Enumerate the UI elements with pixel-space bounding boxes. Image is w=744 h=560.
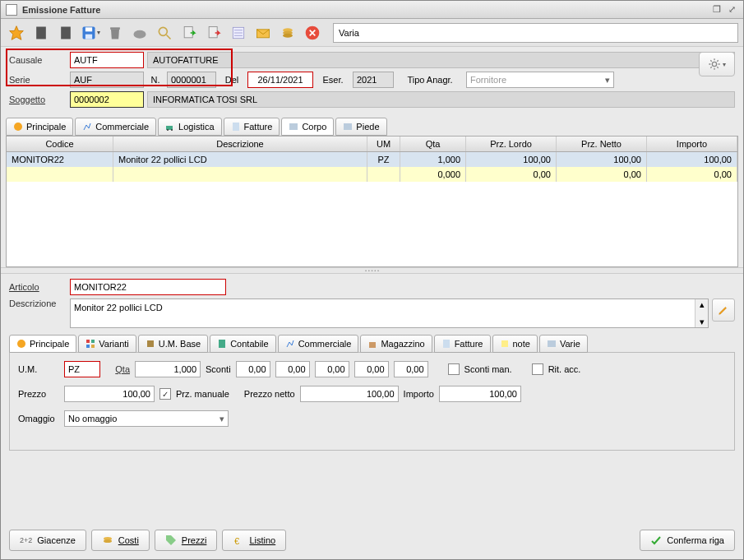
coins-icon [102,535,113,546]
sconto5-input[interactable] [394,361,428,377]
svg-point-7 [134,30,146,38]
sconto4-input[interactable] [354,361,389,377]
export-icon[interactable] [203,22,224,44]
grid-row[interactable]: 0,000 0,00 0,00 0,00 [7,167,737,182]
del-label: Del [220,75,244,85]
svg-point-22 [14,123,22,131]
soggetto-desc: INFORMATICA TOSI SRL [147,91,735,108]
subtab-umbase[interactable]: U.M. Base [138,335,208,353]
svg-rect-34 [147,340,154,347]
sconto1-input[interactable] [236,361,270,377]
tab-corpo[interactable]: Corpo [281,118,334,136]
coins-icon[interactable] [277,22,298,44]
svg-rect-32 [86,345,90,348]
pencil-icon [718,304,729,316]
cloud-icon[interactable] [129,22,150,44]
prezzo-input[interactable] [64,386,155,402]
doc-dark-icon[interactable] [30,22,52,44]
articolo-input[interactable]: MONITOR22 [70,279,226,295]
scroll-up-icon[interactable]: ▴ [700,299,705,310]
mail-icon[interactable] [252,22,274,44]
subtab-varie[interactable]: Varie [539,335,588,353]
tab-piede[interactable]: Piede [335,118,386,136]
col-desc[interactable]: Descrizione [113,137,367,151]
tipoanagr-combo[interactable]: Fornitore▾ [466,72,614,88]
n-input[interactable]: 0000001 [167,72,216,88]
sub-tabs: Principale Varianti U.M. Base Contabile … [9,335,735,353]
trash-icon[interactable] [104,22,126,44]
new-star-icon[interactable] [6,22,27,44]
prezzi-button[interactable]: Prezzi [155,530,218,551]
causale-input[interactable]: AUTF [70,52,144,68]
svg-line-9 [167,35,171,39]
save-icon[interactable]: ▾ [80,22,101,44]
soggetto-input[interactable]: 0000002 [70,91,144,108]
import-icon[interactable] [178,22,200,44]
col-um[interactable]: UM [367,137,400,151]
ritacc-checkbox[interactable] [532,363,543,375]
svg-rect-11 [209,26,217,37]
scroll-down-icon[interactable]: ▾ [700,317,705,327]
sconto3-input[interactable] [315,361,349,377]
importo-input[interactable] [439,386,521,402]
tab-logistica[interactable]: Logistica [158,118,221,136]
scrollbar[interactable]: ▴▾ [695,299,708,327]
col-netto[interactable]: Prz. Netto [557,137,647,151]
check-icon [650,535,662,546]
svg-rect-35 [219,340,225,348]
col-importo[interactable]: Importo [647,137,737,151]
svg-marker-0 [10,25,24,39]
splitter[interactable]: • • • • • [1,267,743,274]
chevron-down-icon: ▾ [605,75,610,86]
giacenze-button[interactable]: 2+2Giacenze [9,530,86,551]
articolo-label[interactable]: Articolo [9,282,67,292]
window-title: Emissione Fatture [22,5,709,15]
varia-field[interactable]: Varia [333,23,738,43]
search-icon[interactable] [154,22,175,44]
close-icon[interactable] [302,22,323,44]
restore-icon[interactable]: ❐ [710,4,723,16]
subtab-note[interactable]: note [492,335,538,353]
svg-text:€: € [234,536,239,546]
minimize-icon[interactable]: ⤢ [725,4,738,16]
scontiman-checkbox[interactable] [448,363,460,375]
um-label: U.M. [18,364,59,374]
tab-commerciale[interactable]: Commerciale [75,118,156,136]
przman-checkbox[interactable] [159,388,171,400]
list-icon[interactable] [228,22,249,44]
svg-rect-37 [443,340,450,348]
tab-principale[interactable]: Principale [6,118,73,136]
subtab-magazzino[interactable]: Magazzino [360,335,432,353]
col-lordo[interactable]: Prz. Lordo [466,137,557,151]
subtab-principale[interactable]: Principale [9,335,76,353]
descrizione-textarea[interactable]: Monitor 22 pollici LCD ▴▾ [70,299,709,328]
subtab-fatture[interactable]: Fatture [434,335,491,353]
costi-button[interactable]: Costi [91,530,150,551]
qta-label[interactable]: Qta [105,364,130,374]
grid-row[interactable]: MONITOR22 Monitor 22 pollici LCD PZ 1,00… [7,152,737,167]
prezzonetto-input[interactable] [300,386,399,402]
col-codice[interactable]: Codice [7,137,113,151]
svg-rect-6 [110,27,120,30]
toolbar: ▾ Varia [1,19,743,47]
doc-dark2-icon[interactable] [55,22,76,44]
conferma-button[interactable]: Conferma riga [640,530,735,551]
del-input[interactable]: 26/11/2021 [247,72,313,88]
soggetto-label[interactable]: Soggetto [9,95,67,104]
grid-header: Codice Descrizione UM Qta Prz. Lordo Prz… [7,137,737,152]
tab-fatture[interactable]: Fatture [224,118,280,136]
subtab-commerciale[interactable]: Commerciale [278,335,359,353]
um-input[interactable] [64,361,100,377]
edit-button[interactable] [712,299,735,322]
eser-input[interactable]: 2021 [353,72,394,88]
listino-button[interactable]: €Listino [222,530,286,551]
sconto2-input[interactable] [275,361,310,377]
subtab-varianti[interactable]: Varianti [78,335,136,353]
svg-rect-10 [184,26,192,37]
serie-input[interactable]: AUF [70,72,144,88]
col-qta[interactable]: Qta [400,137,466,151]
subtab-contabile[interactable]: Contabile [210,335,275,353]
omaggio-combo[interactable]: No omaggio▾ [64,410,229,427]
gear-button[interactable]: ▾ [699,52,735,76]
qta-input[interactable] [135,361,201,377]
